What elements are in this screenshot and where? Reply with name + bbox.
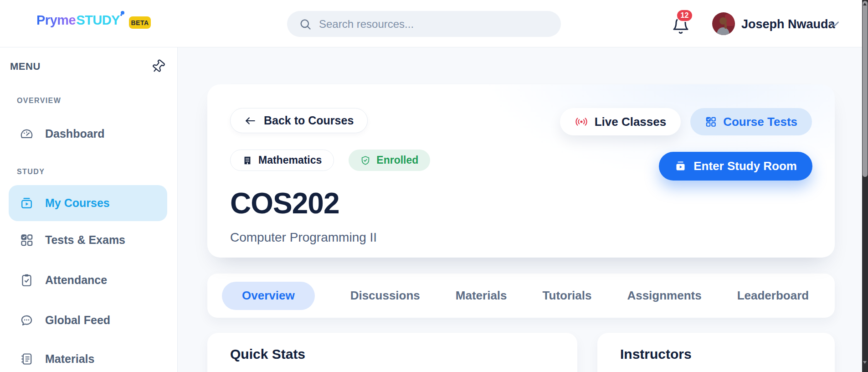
subject-badge: Mathematics bbox=[230, 150, 334, 171]
search-bar[interactable] bbox=[287, 11, 561, 37]
chevron-down-icon[interactable] bbox=[828, 20, 840, 28]
instructors-panel: Instructors Active tutors for this cours… bbox=[597, 333, 835, 372]
notification-count-badge: 12 bbox=[676, 9, 693, 22]
avatar[interactable] bbox=[712, 12, 735, 35]
beta-badge: BETA bbox=[129, 16, 151, 29]
sidebar-section-study: STUDY bbox=[17, 168, 177, 176]
tab-materials[interactable]: Materials bbox=[456, 289, 507, 303]
scrollbar-down-arrow[interactable] bbox=[863, 361, 867, 364]
study-room-video-icon bbox=[674, 160, 687, 172]
clipboard-check-icon bbox=[20, 273, 34, 287]
tab-tutorials[interactable]: Tutorials bbox=[543, 289, 592, 303]
pin-sidebar-button[interactable] bbox=[151, 59, 165, 74]
sidebar-item-my-courses[interactable]: My Courses bbox=[9, 185, 167, 221]
sidebar-item-dashboard[interactable]: Dashboard bbox=[0, 120, 177, 147]
quick-stats-panel: Quick Stats Snapshot of activity for thi… bbox=[207, 333, 577, 372]
sidebar-item-label: Dashboard bbox=[45, 127, 105, 140]
top-bar: PrymeSTUDY BETA 12 J bbox=[0, 0, 862, 47]
sidebar-item-label: Attendance bbox=[45, 274, 107, 287]
sidebar-item-attendance[interactable]: Attendance bbox=[0, 267, 177, 293]
search-input[interactable] bbox=[319, 18, 549, 31]
sidebar-item-label: Materials bbox=[45, 352, 94, 366]
app-root: PrymeSTUDY BETA 12 J bbox=[0, 0, 868, 372]
gauge-icon bbox=[20, 127, 34, 141]
sidebar-item-label: Global Feed bbox=[45, 314, 110, 327]
course-tests-button[interactable]: Course Tests bbox=[690, 108, 812, 135]
shield-check-icon bbox=[360, 155, 370, 165]
avatar-image bbox=[712, 12, 735, 35]
sparkle-icon bbox=[121, 11, 124, 15]
logo-text-study: STUDY bbox=[76, 13, 120, 27]
live-classes-button[interactable]: Live Classes bbox=[560, 108, 681, 135]
notifications-button[interactable]: 12 bbox=[672, 16, 690, 36]
enrolled-badge-label: Enrolled bbox=[376, 154, 418, 166]
video-course-icon bbox=[20, 196, 34, 210]
scrollbar-up-arrow[interactable] bbox=[863, 3, 867, 5]
back-button-label: Back to Courses bbox=[264, 114, 354, 127]
course-tests-label: Course Tests bbox=[723, 115, 797, 129]
chat-bubble-icon bbox=[20, 313, 34, 327]
sidebar-item-global-feed[interactable]: Global Feed bbox=[0, 307, 177, 333]
live-classes-label: Live Classes bbox=[595, 115, 667, 129]
sidebar-menu-title: MENU bbox=[10, 61, 41, 72]
logo-text-pryme: Pryme bbox=[36, 13, 76, 27]
notebook-icon bbox=[20, 352, 34, 366]
quick-stats-title: Quick Stats bbox=[230, 346, 555, 362]
scrollbar-thumb[interactable] bbox=[863, 1, 868, 177]
checkbox-grid-icon bbox=[20, 233, 34, 247]
search-icon bbox=[299, 18, 312, 31]
user-name[interactable]: Joseph Nwauda bbox=[741, 17, 835, 31]
tab-discussions[interactable]: Discussions bbox=[350, 289, 420, 303]
course-header-card: Back to Courses Live Classes bbox=[207, 84, 835, 258]
enrolled-badge: Enrolled bbox=[349, 150, 430, 171]
live-radio-icon bbox=[575, 116, 588, 128]
enter-study-room-label: Enter Study Room bbox=[693, 159, 797, 173]
sidebar-item-label: Tests & Exams bbox=[45, 233, 125, 247]
checkbox-grid-icon bbox=[705, 116, 717, 128]
app-logo[interactable]: PrymeSTUDY bbox=[36, 13, 120, 28]
sidebar: MENU OVERVIEW Dashboard STUDY bbox=[0, 47, 178, 372]
course-tab-bar: Overview Discussions Materials Tutorials… bbox=[207, 274, 835, 318]
course-title: Computer Programming II bbox=[230, 230, 812, 245]
building-icon bbox=[242, 155, 252, 165]
main-content: Back to Courses Live Classes bbox=[178, 47, 862, 372]
pin-icon bbox=[148, 56, 168, 77]
arrow-left-icon bbox=[244, 116, 256, 126]
enter-study-room-button[interactable]: Enter Study Room bbox=[659, 152, 812, 181]
scrollbar-track[interactable] bbox=[862, 0, 868, 372]
sidebar-item-label: My Courses bbox=[45, 196, 110, 210]
tab-assignments[interactable]: Assignments bbox=[627, 289, 701, 303]
sidebar-item-tests-exams[interactable]: Tests & Exams bbox=[0, 227, 177, 253]
instructors-title: Instructors bbox=[620, 346, 812, 362]
sidebar-section-overview: OVERVIEW bbox=[17, 97, 177, 105]
back-to-courses-button[interactable]: Back to Courses bbox=[230, 108, 368, 133]
tab-overview[interactable]: Overview bbox=[222, 282, 315, 310]
sidebar-item-materials[interactable]: Materials bbox=[0, 346, 177, 372]
subject-badge-label: Mathematics bbox=[258, 154, 322, 166]
tab-leaderboard[interactable]: Leaderboard bbox=[737, 289, 809, 303]
course-code: COS202 bbox=[230, 186, 812, 220]
